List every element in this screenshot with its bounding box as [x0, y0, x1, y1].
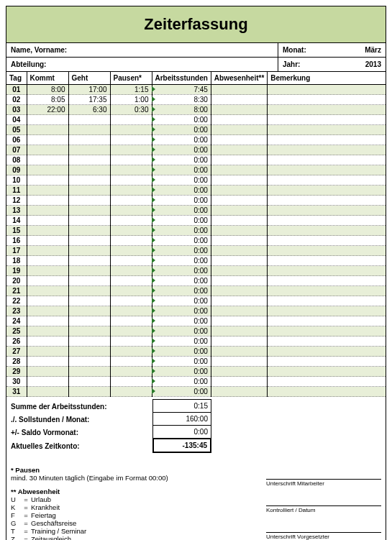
cell-geht[interactable] [68, 276, 110, 286]
cell-kommt[interactable] [27, 125, 68, 135]
cell-kommt[interactable] [27, 216, 68, 226]
cell-kommt[interactable] [27, 367, 68, 377]
cell-kommt[interactable] [27, 145, 68, 155]
cell-bem[interactable] [268, 135, 386, 145]
cell-geht[interactable] [68, 326, 110, 337]
cell-abw[interactable] [211, 256, 267, 266]
cell-bem[interactable] [268, 186, 386, 196]
cell-abw[interactable] [211, 115, 267, 125]
cell-kommt[interactable] [27, 286, 68, 296]
cell-geht[interactable] [68, 206, 110, 216]
cell-pausen[interactable] [110, 145, 152, 155]
cell-geht[interactable] [68, 266, 110, 276]
cell-kommt[interactable] [27, 175, 68, 186]
cell-abw[interactable] [211, 135, 267, 145]
cell-pausen[interactable] [110, 216, 152, 226]
cell-bem[interactable] [268, 125, 386, 135]
cell-abw[interactable] [211, 206, 267, 216]
cell-kommt[interactable] [27, 186, 68, 196]
cell-bem[interactable] [268, 357, 386, 367]
cell-pausen[interactable] [110, 186, 152, 196]
cell-abw[interactable] [211, 145, 267, 155]
cell-bem[interactable] [268, 387, 386, 397]
cell-geht[interactable] [68, 367, 110, 377]
cell-pausen[interactable] [110, 316, 152, 326]
cell-kommt[interactable] [27, 115, 68, 125]
cell-kommt[interactable] [27, 296, 68, 306]
cell-kommt[interactable] [27, 266, 68, 276]
cell-kommt[interactable]: 8:00 [27, 85, 68, 95]
cell-kommt[interactable] [27, 256, 68, 266]
cell-abw[interactable] [211, 286, 267, 296]
cell-geht[interactable] [68, 155, 110, 165]
cell-abw[interactable] [211, 337, 267, 347]
cell-kommt[interactable]: 8:05 [27, 95, 68, 105]
cell-geht[interactable] [68, 226, 110, 236]
cell-bem[interactable] [268, 155, 386, 165]
cell-geht[interactable] [68, 236, 110, 246]
cell-bem[interactable] [268, 266, 386, 276]
cell-pausen[interactable] [110, 347, 152, 357]
cell-abw[interactable] [211, 175, 267, 186]
cell-kommt[interactable] [27, 206, 68, 216]
cell-geht[interactable] [68, 216, 110, 226]
cell-abw[interactable] [211, 216, 267, 226]
cell-pausen[interactable] [110, 246, 152, 256]
cell-bem[interactable] [268, 226, 386, 236]
cell-kommt[interactable] [27, 387, 68, 397]
cell-pausen[interactable] [110, 115, 152, 125]
cell-bem[interactable] [268, 115, 386, 125]
cell-abw[interactable] [211, 367, 267, 377]
cell-abw[interactable] [211, 357, 267, 367]
cell-geht[interactable] [68, 357, 110, 367]
cell-abw[interactable] [211, 326, 267, 337]
cell-pausen[interactable] [110, 367, 152, 377]
cell-geht[interactable] [68, 286, 110, 296]
cell-pausen[interactable] [110, 306, 152, 316]
cell-bem[interactable] [268, 256, 386, 266]
cell-bem[interactable] [268, 337, 386, 347]
cell-geht[interactable] [68, 337, 110, 347]
cell-pausen[interactable] [110, 236, 152, 246]
cell-bem[interactable] [268, 286, 386, 296]
cell-pausen[interactable]: 1:15 [110, 85, 152, 95]
cell-geht[interactable] [68, 316, 110, 326]
cell-bem[interactable] [268, 316, 386, 326]
cell-abw[interactable] [211, 105, 267, 115]
cell-bem[interactable] [268, 377, 386, 387]
cell-bem[interactable] [268, 306, 386, 316]
cell-geht[interactable] [68, 145, 110, 155]
cell-pausen[interactable] [110, 165, 152, 175]
cell-bem[interactable] [268, 276, 386, 286]
cell-pausen[interactable] [110, 387, 152, 397]
cell-geht[interactable] [68, 347, 110, 357]
cell-abw[interactable] [211, 266, 267, 276]
cell-abw[interactable] [211, 347, 267, 357]
cell-pausen[interactable] [110, 196, 152, 206]
cell-abw[interactable] [211, 236, 267, 246]
cell-kommt[interactable] [27, 347, 68, 357]
cell-pausen[interactable] [110, 296, 152, 306]
cell-pausen[interactable] [110, 286, 152, 296]
cell-pausen[interactable] [110, 135, 152, 145]
cell-kommt[interactable] [27, 276, 68, 286]
cell-bem[interactable] [268, 216, 386, 226]
cell-geht[interactable] [68, 246, 110, 256]
cell-bem[interactable] [268, 105, 386, 115]
cell-abw[interactable] [211, 95, 267, 105]
cell-geht[interactable] [68, 377, 110, 387]
cell-bem[interactable] [268, 246, 386, 256]
cell-kommt[interactable] [27, 155, 68, 165]
cell-kommt[interactable] [27, 165, 68, 175]
cell-geht[interactable]: 17:35 [68, 95, 110, 105]
cell-kommt[interactable] [27, 357, 68, 367]
cell-pausen[interactable] [110, 226, 152, 236]
cell-geht[interactable]: 17:00 [68, 85, 110, 95]
cell-kommt[interactable] [27, 326, 68, 337]
cell-bem[interactable] [268, 296, 386, 306]
cell-geht[interactable] [68, 256, 110, 266]
cell-geht[interactable] [68, 296, 110, 306]
cell-geht[interactable] [68, 175, 110, 186]
cell-bem[interactable] [268, 175, 386, 186]
cell-geht[interactable] [68, 186, 110, 196]
